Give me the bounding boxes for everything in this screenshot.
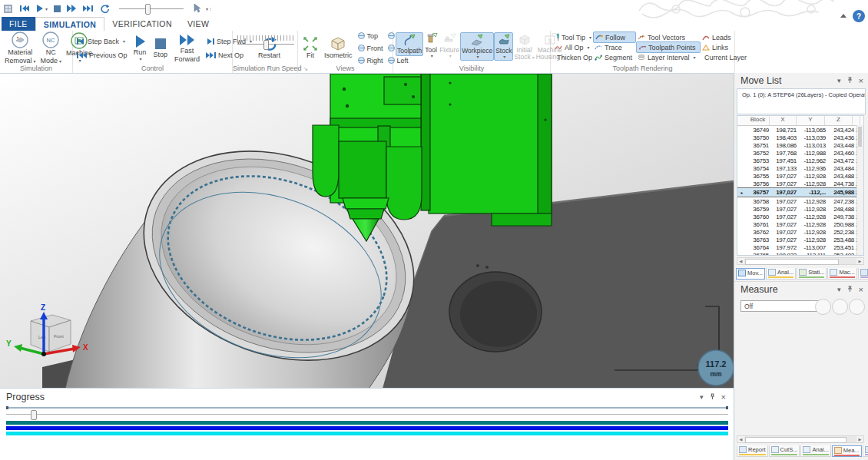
fast-forward-icon[interactable] [67, 2, 77, 15]
links-button[interactable]: Links [701, 42, 736, 52]
material-removal-button[interactable]: Material Removal▾ [2, 31, 38, 65]
tab-analysis-bottom[interactable]: Anal... [800, 445, 830, 457]
panel-menu-icon[interactable]: ▾ [837, 77, 841, 84]
tab-file[interactable]: FILE [2, 17, 35, 31]
fast-forward-button[interactable]: Fast Forward [172, 32, 202, 64]
col-y[interactable]: Y [797, 116, 825, 125]
table-row[interactable]: 36754197,133-112,936243,4842 [737, 164, 863, 172]
tab-machine[interactable]: Mac... [827, 268, 856, 280]
measure-mode-dropdown[interactable]: Off▾ [740, 300, 827, 312]
stop-button[interactable]: Stop [151, 36, 171, 60]
tab-report[interactable]: Report [737, 445, 768, 457]
restart-icon[interactable] [100, 2, 110, 15]
col-block[interactable]: Block [747, 116, 770, 125]
pin-icon[interactable] [847, 77, 853, 85]
close-icon[interactable]: × [859, 285, 863, 294]
table-row[interactable]: 36760197,027-112,928249,7382 [737, 213, 863, 220]
viewport-3d[interactable]: Left Front Z X Y 117.2 mm [0, 73, 734, 389]
thicken-op-button[interactable]: Thicken Op [553, 52, 593, 62]
table-row[interactable]: 36763197,027-112,928253,4882 [737, 236, 863, 243]
trace-button[interactable]: Trace [593, 42, 636, 52]
move-list-panel: Move List ▾ × Op. 1 (0): A STEP64 (26Lay… [734, 73, 868, 260]
progress-timeline[interactable] [6, 407, 728, 409]
panel-menu-icon[interactable]: ▾ [837, 286, 841, 293]
workpiece-visibility-button[interactable]: Workpiece▾ [460, 32, 494, 61]
stop-icon[interactable] [54, 2, 61, 15]
table-row[interactable]: 36752197,768-112,988243,4602 [737, 149, 863, 157]
run-speed-handle[interactable] [263, 40, 269, 50]
measure-tool-2-icon[interactable] [832, 299, 848, 315]
col-x[interactable]: X [770, 116, 797, 125]
segment-button[interactable]: Segment [593, 52, 636, 62]
layer-interval-button[interactable]: Layer Interval▾ [636, 52, 701, 62]
panel-menu-icon[interactable]: ▾ [700, 393, 704, 401]
tab-statistics[interactable]: Stati... [797, 268, 827, 280]
col-z[interactable]: Z [825, 116, 853, 125]
tab-analysis[interactable]: Anal... [766, 268, 796, 280]
toolpath-visibility-button[interactable]: Toolpath [396, 32, 423, 56]
initial-stock-visibility-button[interactable]: Initial Stock▾ [513, 32, 535, 61]
table-row[interactable]: 36758197,027-112,928247,2382 [737, 197, 863, 205]
bottom-horizontal-scrollbar[interactable]: ◀▶ [737, 435, 864, 443]
pick-dropdown-icon[interactable]: ▾ [206, 6, 208, 12]
table-row[interactable]: 36765198,933-113,111253,4022 [737, 251, 863, 256]
pick-arrow-icon[interactable] [193, 2, 201, 15]
current-layer-button[interactable]: Current Layer [701, 52, 736, 62]
close-icon[interactable]: × [859, 76, 863, 85]
tab-axis[interactable]: Axis ... [863, 445, 868, 457]
toolpath-points-button[interactable]: Toolpath Points [636, 41, 701, 53]
step-to-start-icon[interactable] [19, 2, 30, 15]
pin-icon[interactable] [847, 286, 853, 294]
table-row[interactable]: 36764197,972-113,007253,4512 [737, 243, 863, 251]
table-row[interactable]: 36759197,027-112,928248,4882 [737, 205, 863, 213]
progress-slider[interactable] [6, 414, 728, 415]
nc-mode-button[interactable]: NC NC Mode▾ [38, 31, 65, 65]
step-back-button[interactable]: Step Back▾ [75, 36, 129, 47]
table-row[interactable]: 36761197,027-112,928250,9882 [737, 220, 863, 228]
isometric-button[interactable]: Isometric [322, 35, 355, 61]
tool-tip-button[interactable]: Tool Tip▾ [553, 32, 593, 42]
view-front-button[interactable]: Front [356, 43, 385, 54]
speed-slider[interactable] [119, 8, 184, 9]
all-op-button[interactable]: All Op▾ [553, 42, 593, 52]
table-row[interactable]: 36756197,027-112,928244,7382 [737, 180, 863, 187]
tool-visibility-button[interactable]: Tool▾ [423, 32, 439, 59]
run-button[interactable]: Run▾ [131, 34, 149, 62]
step-to-end-icon[interactable] [83, 2, 94, 15]
tab-cut-stock[interactable]: CutS... [769, 445, 800, 457]
toolbar-overflow-icon[interactable]: ⁝ [210, 6, 211, 12]
tab-view[interactable]: VIEW [180, 17, 217, 31]
table-row[interactable]: ▸36757197,027-112,...245,98829 [737, 187, 863, 197]
tab-measure[interactable]: Mea... [832, 445, 862, 457]
view-top-button[interactable]: Top [356, 31, 385, 41]
leads-button[interactable]: Leads [701, 32, 736, 42]
speed-slider-handle[interactable] [145, 4, 151, 15]
table-row[interactable]: 36750198,403-113,039243,4362 [737, 134, 863, 141]
progress-slider-handle[interactable] [31, 410, 37, 420]
pin-icon[interactable] [710, 393, 715, 402]
follow-button[interactable]: Follow [593, 31, 636, 43]
table-row[interactable]: 36753197,451-112,962243,4722 [737, 157, 863, 164]
measure-tool-3-icon[interactable] [849, 299, 865, 315]
fit-button[interactable]: Fit [300, 35, 320, 61]
run-icon[interactable]: ▾ [36, 2, 48, 15]
table-row[interactable]: 36749198,721-113,065243,4242 [737, 126, 863, 134]
run-speed-slider[interactable] [237, 44, 294, 45]
stock-visibility-button[interactable]: Stock▾ [494, 32, 513, 61]
operation-node[interactable]: Op. 1 (0): A STEP64 (26Layers) - Copied … [737, 89, 865, 98]
tab-simulation[interactable]: SIMULATION [35, 17, 105, 31]
table-row[interactable]: 36755197,027-112,928243,4882 [737, 172, 863, 180]
fixture-visibility-button[interactable]: Fixture▾ [439, 32, 460, 59]
tab-verification[interactable]: VERIFICATION [104, 17, 180, 31]
tab-move-list[interactable]: Mov... [736, 268, 765, 280]
table-row[interactable]: 36751198,086-113,013243,4482 [737, 141, 863, 149]
table-row[interactable]: 36762197,027-112,928252,2382 [737, 228, 863, 236]
measure-tool-1-icon[interactable] [815, 299, 831, 315]
previous-op-button[interactable]: Previous Op [75, 50, 129, 61]
app-icon[interactable] [3, 2, 13, 15]
close-icon[interactable]: × [721, 392, 726, 402]
tab-simulation-info[interactable]: Simu... [858, 268, 868, 280]
horizontal-scrollbar[interactable]: ◀▶ [737, 257, 864, 265]
vertical-scrollbar[interactable] [856, 125, 863, 255]
cell-block: 36754 [747, 165, 770, 172]
